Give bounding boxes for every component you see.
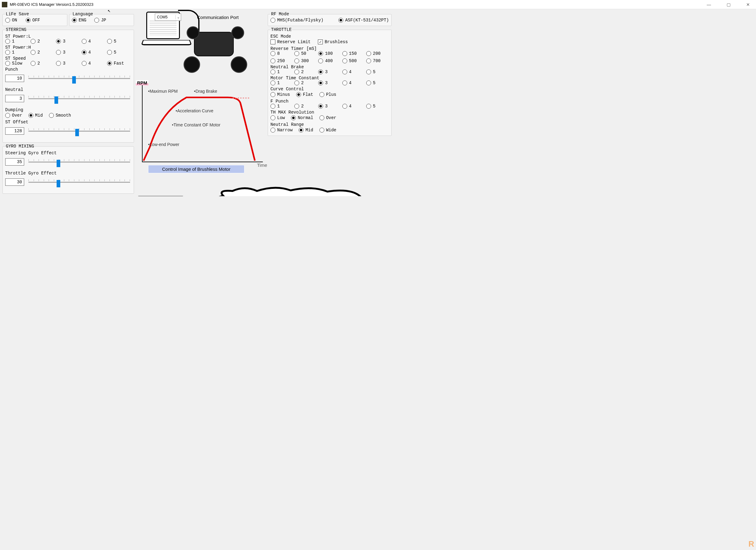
reserve-limit-check[interactable]: Reserve Limit (270, 39, 311, 44)
throttle-mtc-2[interactable]: 2 (294, 80, 317, 85)
steering-dumping-over[interactable]: Over (5, 113, 22, 118)
steering-power_h-4[interactable]: 4 (82, 50, 106, 55)
throttle-rev-50[interactable]: 50 (294, 51, 317, 56)
st-offset-slider[interactable] (27, 126, 131, 136)
throttle-fpunch-1[interactable]: 1 (270, 104, 293, 109)
fpunch-row: 12345 (270, 104, 389, 109)
steering-power_l-5[interactable]: 5 (107, 39, 131, 44)
throttle-nrange-narrow[interactable]: Narrow (270, 128, 292, 132)
neutral-slider[interactable] (27, 94, 131, 103)
throttle-nbrake-2[interactable]: 2 (294, 69, 317, 74)
speech-bubble: Write setting data to the chassis. (193, 187, 382, 196)
steering-speed-4[interactable]: 4 (82, 61, 106, 66)
throttle-rev-250[interactable]: 250 (270, 58, 293, 63)
illustration: COM5⌄ Communication Port (136, 12, 266, 79)
mtc-label: Motor Time Constant (270, 76, 389, 80)
maximize-button[interactable]: ▢ (722, 2, 735, 7)
throttle-rev-200[interactable]: 200 (366, 51, 389, 56)
neutral-input[interactable] (5, 95, 24, 102)
throttle-curve-flat[interactable]: Flat (296, 92, 313, 97)
gyro-thr-slider[interactable] (27, 177, 131, 187)
throttle-curve-minus[interactable]: Minus (270, 92, 290, 97)
throttle-rev-150[interactable]: 150 (342, 51, 365, 56)
throttle-nbrake-4[interactable]: 4 (342, 69, 365, 74)
steering-power_h-5[interactable]: 5 (107, 50, 131, 55)
throttle-rev-700[interactable]: 700 (366, 58, 389, 63)
steering-dumping-mid[interactable]: Mid (28, 113, 43, 118)
punch-input[interactable] (5, 75, 24, 82)
language-jp[interactable]: JP (94, 18, 106, 23)
life-save-off[interactable]: OFF (26, 18, 40, 23)
throttle-nrange-wide[interactable]: Wide (319, 128, 337, 132)
st-speed-label: ST Speed (5, 56, 131, 61)
throttle-fpunch-5[interactable]: 5 (366, 104, 389, 109)
steering-dumping-smooth[interactable]: Smooth (49, 113, 71, 118)
throttle-thmax-normal[interactable]: Normal (291, 115, 313, 120)
brushless-check[interactable]: ✓Brushless (318, 39, 348, 44)
steering-power_l-2[interactable]: 2 (31, 39, 55, 44)
gyro-thr-input[interactable] (5, 178, 24, 186)
rf-legend: RF Mode (270, 12, 290, 17)
throttle-rev-300[interactable]: 300 (294, 58, 317, 63)
st-power-h-label: ST Power:H (5, 45, 131, 50)
steering-speed-2[interactable]: 2 (31, 61, 55, 66)
close-button[interactable]: ✕ (742, 2, 754, 7)
app-icon (2, 2, 7, 7)
steering-power_h-1[interactable]: 1 (5, 50, 29, 55)
gyro-thr-label: Throttle Gyro Effect (5, 171, 131, 176)
rf-mhs[interactable]: MHS(Futaba/Flysky) (270, 18, 323, 23)
rf-asf[interactable]: ASF(KT-531/432PT) (338, 18, 389, 23)
gyro-steer-input[interactable] (5, 158, 24, 165)
steering-power_l-3[interactable]: 3 (56, 39, 80, 44)
life-save-group: LiFe Save ON OFF (2, 12, 67, 26)
steering-speed-slow[interactable]: Slow (5, 61, 29, 66)
steering-power_h-2[interactable]: 2 (31, 50, 55, 55)
thmax-row: LowNormalOver (270, 115, 389, 121)
language-eng[interactable]: ENG (72, 18, 86, 23)
throttle-fpunch-4[interactable]: 4 (342, 104, 365, 109)
nrange-row: NarrowMidWide (270, 127, 389, 133)
throttle-rev-400[interactable]: 400 (318, 58, 341, 63)
time-label: Time (257, 162, 267, 168)
throttle-fpunch-2[interactable]: 2 (294, 104, 317, 109)
throttle-rev-100[interactable]: 100 (318, 51, 341, 56)
st-offset-input[interactable] (5, 127, 24, 135)
esc-mode-label: ESC Mode (270, 34, 389, 39)
throttle-thmax-over[interactable]: Over (319, 115, 337, 120)
throttle-mtc-3[interactable]: 3 (318, 80, 341, 85)
reverse-timer-row: 850100150200250300400500700 (270, 51, 389, 63)
throttle-nbrake-5[interactable]: 5 (366, 69, 389, 74)
throttle-legend: THROTTLE (270, 27, 292, 32)
life-save-on[interactable]: ON (5, 18, 17, 23)
steering-power_l-4[interactable]: 4 (82, 39, 106, 44)
dumping-row: OverMidSmooth (5, 112, 131, 118)
throttle-mtc-4[interactable]: 4 (342, 80, 365, 85)
throttle-curve-plus[interactable]: Plus (319, 92, 337, 97)
throttle-nbrake-1[interactable]: 1 (270, 69, 293, 74)
throttle-thmax-low[interactable]: Low (270, 115, 285, 120)
gyro-steer-slider[interactable] (27, 157, 131, 166)
throttle-nbrake-3[interactable]: 3 (318, 69, 341, 74)
steering-power_l-1[interactable]: 1 (5, 39, 29, 44)
punch-label: Punch (5, 67, 131, 72)
motor-graph: RPM •Maximun RPM •Drag Brake •Accelerati… (136, 82, 266, 174)
com-port-select[interactable]: COM5⌄ (155, 13, 181, 21)
throttle-nrange-mid[interactable]: Mid (299, 128, 313, 132)
rf-mode-group: RF Mode MHS(Futaba/Flysky) ASF(KT-531/43… (268, 12, 392, 26)
throttle-fpunch-3[interactable]: 3 (318, 104, 341, 109)
steering-speed-3[interactable]: 3 (56, 61, 80, 66)
st-power-l-row: 12345 (5, 39, 131, 44)
throttle-rev-8[interactable]: 8 (270, 51, 293, 56)
thmax-label: TH MAX Revolution (270, 110, 389, 115)
steering-group: STERRING ST Power:L 12345 ST Power:H 123… (2, 27, 134, 143)
throttle-mtc-5[interactable]: 5 (366, 80, 389, 85)
steering-power_h-3[interactable]: 3 (56, 50, 80, 55)
throttle-rev-500[interactable]: 500 (342, 58, 365, 63)
minimize-button[interactable]: — (703, 2, 715, 7)
fpunch-label: F Punch (270, 99, 389, 104)
throttle-mtc-1[interactable]: 1 (270, 80, 293, 85)
steering-speed-fast[interactable]: Fast (107, 61, 131, 66)
punch-slider[interactable] (27, 74, 131, 83)
language-legend: Language (72, 12, 94, 17)
help-overlay: Write setting data to the chassis. (138, 187, 392, 196)
